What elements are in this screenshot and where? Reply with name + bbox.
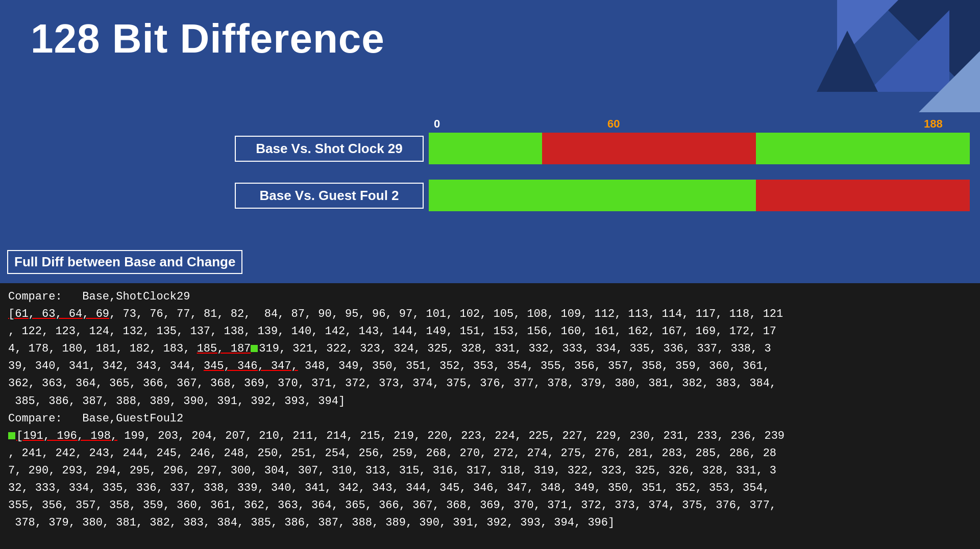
text-line-3: , 122, 123, 124, 132, 135, 137, 138, 139… (8, 323, 972, 340)
bar-row-shot-clock: Base Vs. Shot Clock 29 (235, 133, 970, 164)
green-indicator-2 (8, 432, 15, 439)
full-diff-label: Full Diff between Base and Change (7, 250, 242, 274)
text-line-9: [191, 196, 198, 199, 203, 204, 207, 210,… (8, 428, 972, 445)
axis-label-0: 0 (434, 117, 440, 131)
text-line-5: 39, 340, 341, 342, 343, 344, 345, 346, 3… (8, 358, 972, 375)
corner-shape-5 (817, 31, 878, 92)
text-line-7: 385, 386, 387, 388, 389, 390, 391, 392, … (8, 393, 972, 410)
page-title: 128 Bit Difference (31, 15, 385, 62)
bar-row-guest-foul: Base Vs. Guest Foul 2 (235, 180, 970, 211)
underline-span-4: [191, 196, 198, (16, 430, 117, 442)
bar-segment-gf-green-2 (542, 180, 756, 211)
text-line-4: 4, 178, 180, 181, 182, 183, 185, 187319,… (8, 340, 972, 358)
bar-segment-green-1 (429, 133, 542, 164)
text-line-11: 7, 290, 293, 294, 295, 296, 297, 300, 30… (8, 462, 972, 480)
underline-span-3: 345, 346, 347, (204, 360, 298, 372)
corner-decoration (786, 0, 980, 112)
underline-span-1: [61, 63, 64, 69 (8, 308, 109, 320)
text-line-6: 362, 363, 364, 365, 366, 367, 368, 369, … (8, 375, 972, 392)
bar-segment-gf-red-1 (756, 180, 970, 211)
bar-container-shot-clock (429, 133, 970, 164)
text-line-14: 378, 379, 380, 381, 382, 383, 384, 385, … (8, 514, 972, 532)
text-line-8: Compare: Base,GuestFoul2 (8, 410, 972, 428)
axis-label-188: 188 (924, 117, 943, 131)
bar-label-shot-clock: Base Vs. Shot Clock 29 (235, 136, 424, 162)
underline-span-2: 185, 187 (197, 342, 251, 355)
bar-label-guest-foul: Base Vs. Guest Foul 2 (235, 183, 424, 209)
axis-labels: 0 60 188 (434, 117, 970, 133)
text-line-12: 32, 333, 334, 335, 336, 337, 338, 339, 3… (8, 480, 972, 497)
bar-segment-green-2 (756, 133, 970, 164)
text-line-1: Compare: Base,ShotClock29 (8, 288, 972, 306)
text-output-area: Compare: Base,ShotClock29 [61, 63, 64, 6… (0, 283, 980, 549)
bars-section: 0 60 188 Base Vs. Shot Clock 29 Base Vs.… (235, 117, 970, 227)
bar-segment-gf-green-1 (429, 180, 542, 211)
text-line-13: 355, 356, 357, 358, 359, 360, 361, 362, … (8, 497, 972, 514)
text-line-2: [61, 63, 64, 69, 73, 76, 77, 81, 82, 84,… (8, 306, 972, 323)
axis-label-60: 60 (607, 117, 620, 131)
text-line-10: , 241, 242, 243, 244, 245, 246, 248, 250… (8, 445, 972, 462)
bar-segment-red-1 (542, 133, 756, 164)
bar-container-guest-foul (429, 180, 970, 211)
green-indicator-1 (251, 345, 258, 352)
